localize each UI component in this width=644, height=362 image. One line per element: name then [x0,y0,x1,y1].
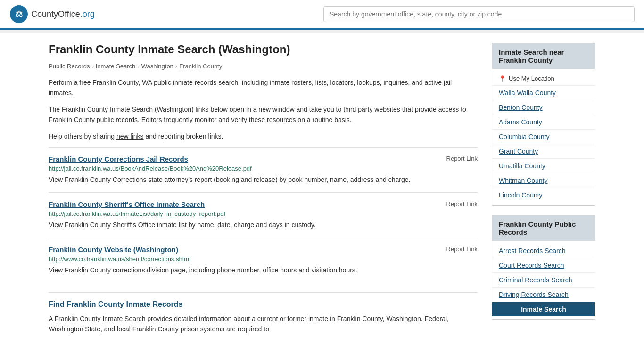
svg-text:⚖: ⚖ [15,9,23,19]
report-link-1[interactable]: Report Link [446,155,478,162]
public-records-section: Franklin County Public Records Arrest Re… [492,215,595,320]
use-my-location-link[interactable]: Use My Location [492,72,595,86]
inmate-search-section: Inmate Search near Franklin County Use M… [492,43,595,206]
nearby-county-whitman[interactable]: Whitman County [492,173,595,188]
report-link-3[interactable]: Report Link [446,246,478,253]
record-desc-3: View Franklin County corrections divisio… [49,265,478,275]
inmate-search-links: Use My Location Walla Walla County Bento… [492,69,595,205]
record-header: Franklin County Corrections Jail Records… [49,155,478,163]
records-list: Franklin County Corrections Jail Records… [49,147,478,283]
logo-icon: ⚖ [9,5,28,24]
nearby-county-grant[interactable]: Grant County [492,144,595,159]
record-url-1[interactable]: http://jail.co.franklin.wa.us/BookAndRel… [49,165,478,172]
top-bar [0,30,644,33]
breadcrumb: Public Records › Inmate Search › Washing… [49,63,478,70]
main-wrapper: Franklin County Inmate Search (Washingto… [39,33,605,344]
find-section: Find Franklin County Inmate Records A Fr… [49,292,478,335]
search-input[interactable] [323,6,635,22]
content: Franklin County Inmate Search (Washingto… [49,43,478,335]
public-records-links: Arrest Records Search Court Records Sear… [492,241,595,319]
logo-area[interactable]: ⚖ CountyOffice.org [9,5,95,24]
nearby-county-lincoln[interactable]: Lincoln County [492,188,595,202]
nearby-county-columbia[interactable]: Columbia County [492,130,595,144]
inmate-search-bottom-link[interactable]: Inmate Search [492,302,595,316]
inmate-search-header: Inmate Search near Franklin County [492,43,595,69]
find-title: Find Franklin County Inmate Records [49,300,478,309]
record-title-1[interactable]: Franklin County Corrections Jail Records [49,155,188,163]
description-3: Help others by sharing new links and rep… [49,131,478,141]
record-item: Franklin County Sheriff's Office Inmate … [49,192,478,238]
public-records-header: Franklin County Public Records [492,215,595,241]
record-header: Franklin County Website (Washington) Rep… [49,246,478,254]
record-desc-1: View Franklin County Corrections state a… [49,175,478,185]
description-1: Perform a free Franklin County, WA publi… [49,77,478,99]
criminal-records-link[interactable]: Criminal Records Search [492,273,595,288]
arrest-records-link[interactable]: Arrest Records Search [492,244,595,258]
sidebar: Inmate Search near Franklin County Use M… [492,43,595,335]
report-link-2[interactable]: Report Link [446,200,478,207]
record-title-2[interactable]: Franklin County Sheriff's Office Inmate … [49,200,205,208]
breadcrumb-public-records[interactable]: Public Records [49,63,90,70]
breadcrumb-inmate-search[interactable]: Inmate Search [96,63,136,70]
record-item: Franklin County Corrections Jail Records… [49,147,478,192]
header: ⚖ CountyOffice.org [0,0,644,30]
new-links-link[interactable]: new links [116,132,144,140]
nearby-county-walla-walla[interactable]: Walla Walla County [492,86,595,100]
find-desc: A Franklin County Inmate Search provides… [49,313,478,335]
nearby-county-benton[interactable]: Benton County [492,100,595,115]
record-header: Franklin County Sheriff's Office Inmate … [49,200,478,208]
nearby-county-adams[interactable]: Adams County [492,115,595,130]
driving-records-link[interactable]: Driving Records Search [492,288,595,302]
logo-text: CountyOffice.org [31,9,95,19]
description-2: The Franklin County Inmate Search (Washi… [49,104,478,125]
breadcrumb-franklin-county: Franklin County [179,63,222,70]
record-title-3[interactable]: Franklin County Website (Washington) [49,246,178,254]
page-title: Franklin County Inmate Search (Washingto… [49,43,478,56]
nearby-county-umatilla[interactable]: Umatilla County [492,159,595,173]
record-desc-2: View Franklin County Sheriff's Office in… [49,220,478,230]
breadcrumb-washington[interactable]: Washington [141,63,173,70]
search-bar[interactable] [323,6,635,22]
record-item: Franklin County Website (Washington) Rep… [49,238,478,283]
record-url-3[interactable]: http://www.co.franklin.wa.us/sheriff/cor… [49,255,478,263]
record-url-2[interactable]: http://jail.co.franklin.wa.us/InmateList… [49,210,478,217]
court-records-link[interactable]: Court Records Search [492,258,595,273]
